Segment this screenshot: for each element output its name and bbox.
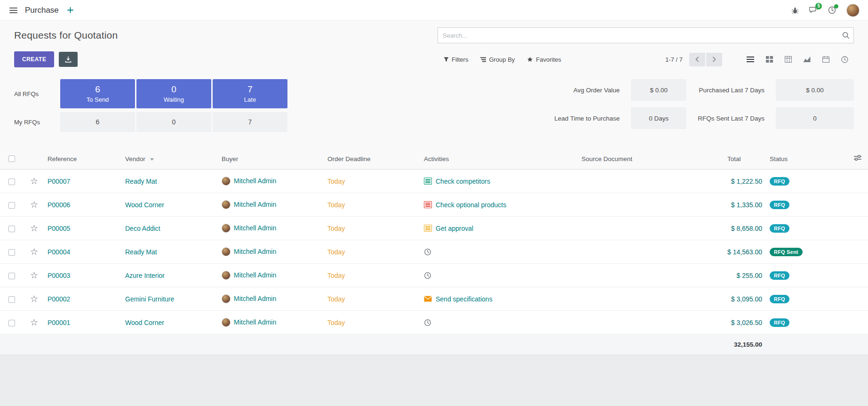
messages-icon[interactable]: 5 xyxy=(809,7,818,14)
table-footer-row: 32,155.00 xyxy=(0,334,868,355)
column-header-activities[interactable]: Activities xyxy=(421,148,579,170)
favorite-star-icon[interactable]: ☆ xyxy=(30,200,38,210)
kpi-to-send[interactable]: 6 To Send xyxy=(60,79,135,108)
search-bar xyxy=(438,27,854,43)
column-header-vendor[interactable]: Vendor xyxy=(122,148,219,170)
purchase-app-window: Purchase 5 xyxy=(0,0,868,406)
search-icon[interactable] xyxy=(842,32,850,41)
favorites-button[interactable]: Favorites xyxy=(521,53,567,66)
export-button[interactable] xyxy=(59,52,78,67)
kpi-my-late[interactable]: 7 xyxy=(213,112,287,132)
kpi-my-to-send[interactable]: 6 xyxy=(60,112,135,132)
favorite-star-icon[interactable]: ☆ xyxy=(30,270,38,280)
row-checkbox[interactable] xyxy=(8,273,15,279)
app-name[interactable]: Purchase xyxy=(25,6,59,15)
pager-next-button[interactable] xyxy=(706,53,722,66)
activity-button[interactable] xyxy=(424,272,576,279)
vendor-link[interactable]: Ready Mat xyxy=(125,248,157,256)
table-row[interactable]: ☆ P00004 Ready Mat Mitchell Admin Today … xyxy=(0,240,868,264)
buyer-link[interactable]: Mitchell Admin xyxy=(234,295,276,302)
column-header-buyer[interactable]: Buyer xyxy=(219,148,325,170)
metric-value-purchased-last-7-days: $ 0.00 xyxy=(776,79,854,101)
reference-link[interactable]: P00007 xyxy=(48,178,70,185)
vendor-link[interactable]: Deco Addict xyxy=(125,225,160,232)
table-row[interactable]: ☆ P00001 Wood Corner Mitchell Admin Toda… xyxy=(0,311,868,334)
vendor-link[interactable]: Azure Interior xyxy=(125,272,165,279)
favorite-star-icon[interactable]: ☆ xyxy=(30,176,38,186)
pager-previous-button[interactable] xyxy=(689,53,705,66)
kanban-view-icon[interactable] xyxy=(760,52,779,66)
optional-columns-icon[interactable] xyxy=(854,155,861,162)
column-header-source-document[interactable]: Source Document xyxy=(579,148,725,170)
vendor-link[interactable]: Ready Mat xyxy=(125,178,157,185)
kpi-my-waiting[interactable]: 0 xyxy=(136,112,211,132)
status-badge: RFQ Sent xyxy=(770,248,803,256)
reference-link[interactable]: P00006 xyxy=(48,201,70,209)
kpi-waiting[interactable]: 0 Waiting xyxy=(136,79,211,108)
column-header-status[interactable]: Status xyxy=(767,148,828,170)
activity-button[interactable] xyxy=(424,248,576,256)
column-header-order-deadline[interactable]: Order Deadline xyxy=(325,148,421,170)
buyer-link[interactable]: Mitchell Admin xyxy=(234,248,276,255)
table-row[interactable]: ☆ P00002 Gemini Furniture Mitchell Admin… xyxy=(0,287,868,311)
user-avatar[interactable] xyxy=(846,4,860,17)
filters-button[interactable]: Filters xyxy=(438,53,474,66)
row-checkbox[interactable] xyxy=(8,226,15,232)
activity-button[interactable]: Check optional products xyxy=(424,201,576,209)
vendor-link[interactable]: Gemini Furniture xyxy=(125,295,174,303)
favorite-star-icon[interactable]: ☆ xyxy=(30,294,38,304)
row-checkbox[interactable] xyxy=(8,296,15,303)
status-badge: RFQ xyxy=(770,295,789,303)
table-row[interactable]: ☆ P00006 Wood Corner Mitchell Admin Toda… xyxy=(0,193,868,217)
buyer-link[interactable]: Mitchell Admin xyxy=(234,201,276,208)
plus-icon[interactable] xyxy=(67,7,73,13)
reference-link[interactable]: P00002 xyxy=(48,295,70,303)
vendor-link[interactable]: Wood Corner xyxy=(125,201,164,209)
search-input[interactable] xyxy=(438,27,854,43)
list-view-icon[interactable] xyxy=(741,52,760,66)
search-options: Filters Group By Favorites xyxy=(438,52,854,66)
select-all-checkbox[interactable] xyxy=(8,155,15,162)
activity-view-icon[interactable] xyxy=(835,52,854,66)
buyer-link[interactable]: Mitchell Admin xyxy=(234,318,276,326)
row-checkbox[interactable] xyxy=(8,320,15,326)
buyer-link[interactable]: Mitchell Admin xyxy=(234,224,276,232)
create-button[interactable]: CREATE xyxy=(14,51,54,67)
my-rfqs-label: My RFQs xyxy=(14,112,59,132)
reference-link[interactable]: P00005 xyxy=(48,225,70,232)
activity-label: Check optional products xyxy=(436,201,506,209)
buyer-link[interactable]: Mitchell Admin xyxy=(234,177,276,185)
row-checkbox[interactable] xyxy=(8,179,15,185)
table-row[interactable]: ☆ P00007 Ready Mat Mitchell Admin Today … xyxy=(0,170,868,193)
reference-link[interactable]: P00004 xyxy=(48,248,70,256)
order-deadline: Today xyxy=(327,248,345,256)
activities-clock-icon[interactable] xyxy=(828,6,836,14)
reference-link[interactable]: P00001 xyxy=(48,319,70,326)
activity-button[interactable]: Send specifications xyxy=(424,295,576,303)
group-by-button[interactable]: Group By xyxy=(474,53,521,66)
calendar-view-icon[interactable] xyxy=(816,52,835,66)
favorite-star-icon[interactable]: ☆ xyxy=(30,247,38,257)
row-checkbox[interactable] xyxy=(8,249,15,256)
reference-link[interactable]: P00003 xyxy=(48,272,70,279)
graph-view-icon[interactable] xyxy=(797,52,816,66)
buyer-avatar xyxy=(222,294,231,303)
pivot-view-icon[interactable] xyxy=(779,52,797,66)
column-header-total[interactable]: Total xyxy=(725,148,767,170)
status-badge: RFQ xyxy=(770,177,789,186)
top-navbar: Purchase 5 xyxy=(0,0,868,21)
table-row[interactable]: ☆ P00003 Azure Interior Mitchell Admin T… xyxy=(0,264,868,287)
activity-button[interactable] xyxy=(424,319,576,326)
row-checkbox[interactable] xyxy=(8,202,15,209)
favorite-star-icon[interactable]: ☆ xyxy=(30,317,38,327)
activity-button[interactable]: Check competitors xyxy=(424,178,576,185)
buyer-link[interactable]: Mitchell Admin xyxy=(234,271,276,279)
debug-bug-icon[interactable] xyxy=(791,7,799,14)
kpi-late[interactable]: 7 Late xyxy=(213,79,287,108)
vendor-link[interactable]: Wood Corner xyxy=(125,319,164,326)
apps-menu-icon[interactable] xyxy=(8,6,18,15)
column-header-reference[interactable]: Reference xyxy=(45,148,122,170)
activity-button[interactable]: Get approval xyxy=(424,225,576,232)
favorite-star-icon[interactable]: ☆ xyxy=(30,223,38,233)
table-row[interactable]: ☆ P00005 Deco Addict Mitchell Admin Toda… xyxy=(0,217,868,240)
